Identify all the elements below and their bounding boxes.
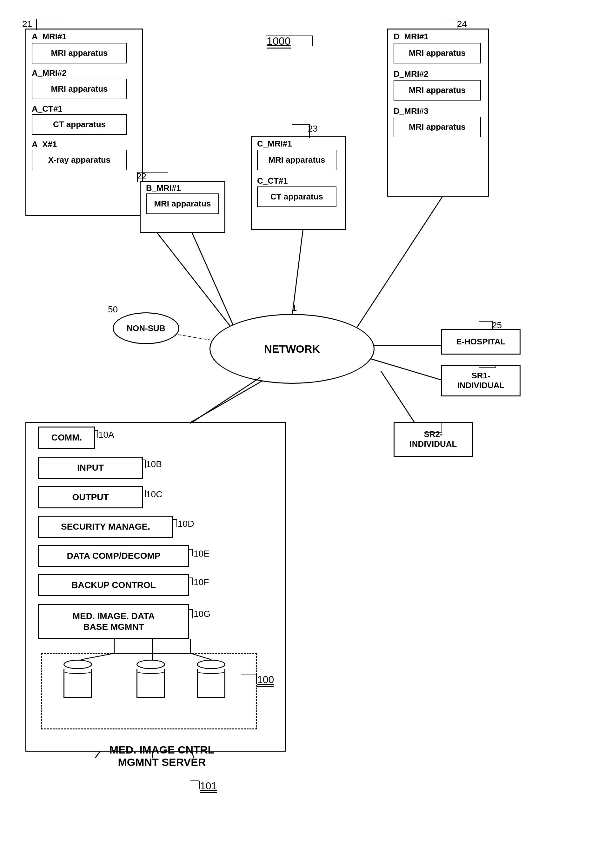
cyl2-mid bbox=[137, 669, 165, 674]
e-hospital-label: E-HOSPITAL bbox=[456, 337, 505, 347]
sr2-label: SR2- INDIVIDUAL bbox=[410, 429, 457, 449]
ref-10b: 10B bbox=[146, 459, 162, 470]
security-label: SECURITY MANAGE. bbox=[61, 521, 150, 532]
cyl1-mid bbox=[64, 669, 92, 674]
input-box: INPUT bbox=[38, 457, 143, 479]
med-image-db-box: MED. IMAGE. DATA BASE MGMNT bbox=[38, 604, 189, 639]
box-a-mri1: MRI apparatus bbox=[32, 43, 127, 64]
ref-23: 23 bbox=[308, 124, 318, 134]
svg-line-53 bbox=[190, 377, 260, 423]
box-a-x1: X-ray apparatus bbox=[32, 150, 127, 170]
med-image-cntrl-label: MED. IMAGE CNTRLMGMNT SERVER bbox=[109, 744, 215, 768]
cyl2-top bbox=[137, 660, 165, 669]
cylinder-2 bbox=[137, 660, 165, 698]
box-c-mri1: MRI apparatus bbox=[257, 150, 336, 170]
ref-1: 1 bbox=[292, 303, 297, 313]
cylinder-3 bbox=[197, 660, 225, 698]
non-sub-ellipse: NON-SUB bbox=[113, 312, 179, 344]
label-a-mri1: A_MRI#1 bbox=[32, 32, 67, 42]
output-label: OUTPUT bbox=[72, 492, 109, 503]
cyl1-body bbox=[64, 669, 92, 698]
label-b-mri1: B_MRI#1 bbox=[146, 183, 181, 193]
med-image-db-label: MED. IMAGE. DATA BASE MGMNT bbox=[73, 611, 155, 632]
ref-10d: 10D bbox=[178, 519, 194, 529]
ref-10c: 10C bbox=[146, 489, 162, 499]
box-a-mri2: MRI apparatus bbox=[32, 79, 127, 99]
box-d-mri3: MRI apparatus bbox=[393, 117, 481, 137]
box-b-mri1: MRI apparatus bbox=[146, 194, 219, 214]
ref-50: 50 bbox=[108, 304, 118, 315]
e-hospital-box: E-HOSPITAL bbox=[441, 329, 521, 355]
box-a-ct1: CT apparatus bbox=[32, 114, 127, 135]
label-d-mri1: D_MRI#1 bbox=[393, 32, 429, 42]
network-ellipse: NETWORK bbox=[210, 314, 375, 384]
security-box: SECURITY MANAGE. bbox=[38, 516, 173, 538]
svg-line-3 bbox=[349, 184, 451, 339]
ref-100: 100 bbox=[257, 674, 274, 686]
ref-10a: 10A bbox=[98, 430, 114, 440]
cyl3-mid bbox=[197, 669, 225, 674]
comm-box: COMM. bbox=[38, 426, 95, 449]
ref-101: 101 bbox=[200, 780, 217, 792]
ref-22: 22 bbox=[137, 171, 146, 181]
label-c-ct1: C_CT#1 bbox=[257, 176, 288, 186]
sr1-label: SR1- INDIVIDUAL bbox=[457, 371, 505, 391]
ref-10e: 10E bbox=[194, 549, 210, 559]
backup-control-label: BACKUP CONTROL bbox=[72, 580, 155, 591]
ref-21: 21 bbox=[22, 19, 32, 29]
sr2-box: SR2- INDIVIDUAL bbox=[393, 422, 473, 457]
ref-24: 24 bbox=[457, 19, 467, 29]
non-sub-label: NON-SUB bbox=[127, 324, 165, 333]
diagram-container: 21 A_MRI#1 MRI apparatus A_MRI#2 MRI app… bbox=[0, 0, 611, 868]
cylinder-1 bbox=[64, 660, 92, 698]
cyl1-top bbox=[64, 660, 92, 669]
ref-10g: 10G bbox=[194, 609, 210, 619]
output-box: OUTPUT bbox=[38, 486, 143, 508]
label-a-mri2: A_MRI#2 bbox=[32, 68, 67, 78]
cyl3-top bbox=[197, 660, 225, 669]
svg-line-1 bbox=[187, 222, 238, 336]
box-c-ct1: CT apparatus bbox=[257, 186, 336, 207]
server-bottom-label: MED. IMAGE CNTRLMGMNT SERVER bbox=[32, 744, 292, 769]
label-a-ct1: A_CT#1 bbox=[32, 104, 62, 114]
ref-1000: 1000 bbox=[267, 35, 291, 47]
sr1-box: SR1- INDIVIDUAL bbox=[441, 365, 521, 397]
data-comp-box: DATA COMP/DECOMP bbox=[38, 545, 189, 567]
cyl2-body bbox=[137, 669, 165, 698]
backup-control-box: BACKUP CONTROL bbox=[38, 574, 189, 596]
box-d-mri1: MRI apparatus bbox=[393, 43, 481, 64]
label-d-mri2: D_MRI#2 bbox=[393, 69, 429, 79]
svg-line-7 bbox=[359, 355, 454, 384]
network-label: NETWORK bbox=[264, 343, 320, 355]
label-d-mri3: D_MRI#3 bbox=[393, 106, 429, 116]
label-a-x1: A_X#1 bbox=[32, 140, 57, 149]
cyl3-body bbox=[197, 669, 225, 698]
input-label: INPUT bbox=[77, 462, 104, 473]
comm-label: COMM. bbox=[51, 432, 82, 443]
label-c-mri1: C_MRI#1 bbox=[257, 139, 292, 149]
data-comp-label: DATA COMP/DECOMP bbox=[67, 550, 160, 561]
box-d-mri2: MRI apparatus bbox=[393, 80, 481, 101]
ref-10f: 10F bbox=[194, 577, 209, 587]
